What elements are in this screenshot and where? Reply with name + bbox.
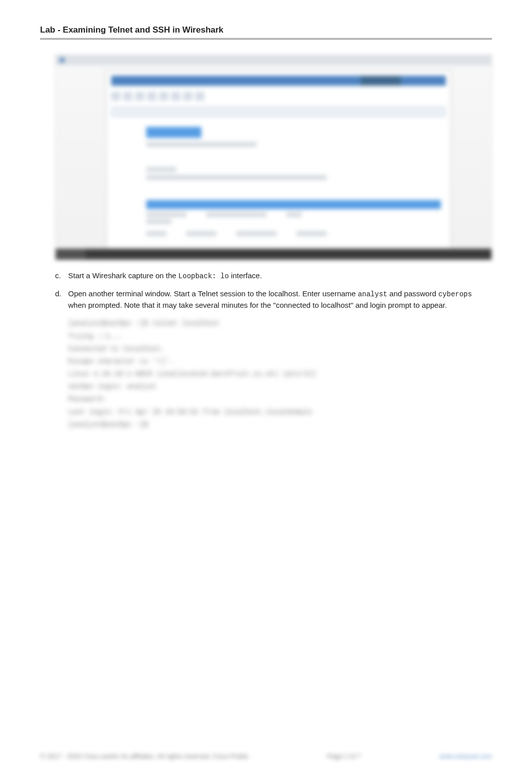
terminal-line: Escape character is '^]'. (68, 355, 492, 368)
welcome-heading (146, 127, 201, 138)
capture-label (146, 167, 176, 172)
interface-graph (206, 212, 267, 217)
learn-link (186, 231, 216, 236)
app-icon (60, 58, 65, 63)
wireshark-window (106, 70, 451, 256)
page-title: Lab - Examining Telnet and SSH in Wiresh… (40, 25, 492, 40)
toolbar-button (135, 92, 144, 101)
document-page: Lab - Examining Telnet and SSH in Wiresh… (0, 0, 532, 780)
interface-name (146, 219, 171, 224)
toolbar-button (147, 92, 156, 101)
inline-code: analyst (358, 290, 387, 298)
step-marker: c. (55, 270, 68, 281)
taskbar (56, 55, 491, 65)
inline-code: cyberops (438, 290, 472, 298)
taskbar-item (56, 249, 86, 260)
text: Open another terminal window. Start a Te… (68, 289, 358, 298)
titlebar-accent (361, 76, 401, 86)
learn-label (146, 231, 166, 236)
terminal-line: Trying ::1... (68, 330, 492, 343)
terminal-line: [analyst@secOps ~]$ (68, 419, 492, 431)
filter-bar (111, 107, 446, 117)
toolbar-button (159, 92, 168, 101)
text: interface. (229, 271, 262, 280)
terminal-line: secOps login: analyst (68, 380, 492, 393)
toolbar-button (123, 92, 132, 101)
terminal-line: Connected to localhost. (68, 343, 492, 355)
text: when prompted. Note that it may take sev… (68, 301, 447, 309)
toolbar-button (171, 92, 180, 101)
toolbar-button (195, 92, 204, 101)
learn-link (236, 231, 277, 236)
page-number: Page 2 of 7 (327, 752, 361, 760)
welcome-panel (146, 127, 441, 236)
interface-name (146, 212, 186, 217)
terminal-line: Password: (68, 393, 492, 406)
wireshark-screenshot (55, 55, 492, 260)
terminal-line: [analyst@secOps ~]$ telnet localhost (68, 317, 492, 330)
interface-row (146, 212, 441, 217)
step-d: d. Open another terminal window. Start a… (55, 288, 492, 310)
terminal-line: Linux 4.10.10-1-ARCH (unallocated.barefr… (68, 368, 492, 380)
text: and password (387, 289, 438, 298)
copyright: © 2017 - 2020 Cisco and/or its affiliate… (40, 752, 248, 760)
inline-code: Loopback: lo (178, 272, 229, 280)
step-marker: d. (55, 288, 68, 310)
footer-link: www.netacad.com (439, 752, 492, 760)
step-text: Open another terminal window. Start a Te… (68, 288, 492, 310)
learn-row (146, 231, 441, 236)
text: Start a Wireshark capture on the (68, 271, 178, 280)
interface-stat (287, 212, 302, 217)
step-text: Start a Wireshark capture on the Loopbac… (68, 270, 262, 281)
page-footer: © 2017 - 2020 Cisco and/or its affiliate… (40, 752, 492, 760)
terminal-output: [analyst@secOps ~]$ telnet localhost Try… (68, 317, 492, 431)
interface-row (146, 219, 441, 224)
step-c: c. Start a Wireshark capture on the Loop… (55, 270, 492, 281)
toolbar (111, 89, 446, 104)
welcome-subtext (146, 142, 256, 147)
system-taskbar (56, 249, 491, 260)
terminal-line: Last login: Fri Apr 28 10:50:52 from loc… (68, 406, 492, 419)
learn-link (297, 231, 327, 236)
capture-subtext (146, 175, 327, 180)
selected-interface (146, 200, 441, 209)
toolbar-button (183, 92, 192, 101)
toolbar-button (111, 92, 120, 101)
